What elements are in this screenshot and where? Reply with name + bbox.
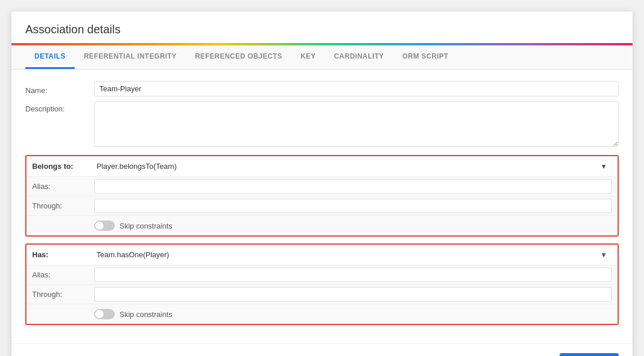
belongs-to-skip-toggle[interactable]: [94, 220, 115, 231]
tab-orm-script[interactable]: ORM SCRIPT: [393, 45, 457, 69]
belongs-to-through-row: Through:: [26, 196, 618, 215]
belongs-to-alias-input[interactable]: [94, 179, 612, 194]
belongs-to-header: Belongs to: Player.belongsTo(Team) ▼: [26, 156, 618, 176]
belongs-to-skip-row: Skip constraints: [26, 215, 618, 235]
description-label: Description:: [25, 101, 94, 113]
description-control: [94, 101, 619, 149]
name-control: [94, 81, 619, 96]
description-textarea[interactable]: [94, 101, 619, 147]
close-button[interactable]: CLOSE: [560, 353, 619, 356]
has-header: Has: Team.hasOne(Player) ▼: [26, 245, 618, 265]
has-section: Has: Team.hasOne(Player) ▼ Alias: Throug…: [25, 243, 619, 325]
has-select-wrapper: Team.hasOne(Player) ▼: [94, 248, 612, 261]
has-skip-row: Skip constraints: [26, 304, 618, 324]
tab-referential-integrity[interactable]: REFERENTIAL INTEGRITY: [75, 45, 186, 69]
name-label: Name:: [25, 83, 94, 95]
has-alias-label: Alias:: [32, 270, 94, 279]
tab-bar: DETAILS REFERENTIAL INTEGRITY REFERENCED…: [11, 45, 633, 69]
dialog-title: Association details: [11, 11, 633, 43]
has-skip-label: Skip constraints: [119, 310, 172, 319]
dialog-footer: CLOSE: [11, 343, 633, 356]
belongs-to-select-wrapper: Player.belongsTo(Team) ▼: [94, 160, 612, 173]
has-alias-row: Alias:: [26, 265, 618, 284]
name-row: Name:: [25, 81, 619, 96]
tab-details[interactable]: DETAILS: [25, 45, 75, 69]
tab-referenced-objects[interactable]: REFERENCED OBJECTS: [186, 45, 292, 69]
has-alias-input[interactable]: [94, 268, 612, 282]
association-details-dialog: Association details DETAILS REFERENTIAL …: [11, 11, 633, 356]
has-select[interactable]: Team.hasOne(Player): [94, 248, 612, 261]
name-input[interactable]: [94, 81, 619, 96]
belongs-to-alias-row: Alias:: [26, 176, 618, 196]
has-through-row: Through:: [26, 284, 618, 304]
tab-key[interactable]: KEY: [291, 45, 325, 69]
belongs-to-select[interactable]: Player.belongsTo(Team): [94, 160, 612, 173]
belongs-to-through-label: Through:: [32, 202, 94, 210]
description-row: Description:: [25, 101, 619, 149]
belongs-to-skip-label: Skip constraints: [119, 222, 172, 230]
has-toggle-slider: [94, 309, 115, 319]
form-content: Name: Description: Belongs to: Player.be…: [11, 69, 633, 343]
belongs-to-label: Belongs to:: [32, 162, 94, 171]
belongs-to-section: Belongs to: Player.belongsTo(Team) ▼ Ali…: [25, 155, 619, 237]
has-skip-toggle[interactable]: [94, 309, 115, 319]
belongs-to-alias-label: Alias:: [32, 182, 94, 191]
has-through-label: Through:: [32, 290, 94, 299]
has-through-input[interactable]: [94, 287, 612, 301]
tab-cardinality[interactable]: CARDINALITY: [325, 45, 393, 69]
belongs-to-toggle-slider: [94, 220, 115, 231]
belongs-to-through-input[interactable]: [94, 199, 612, 213]
has-label: Has:: [32, 250, 94, 259]
